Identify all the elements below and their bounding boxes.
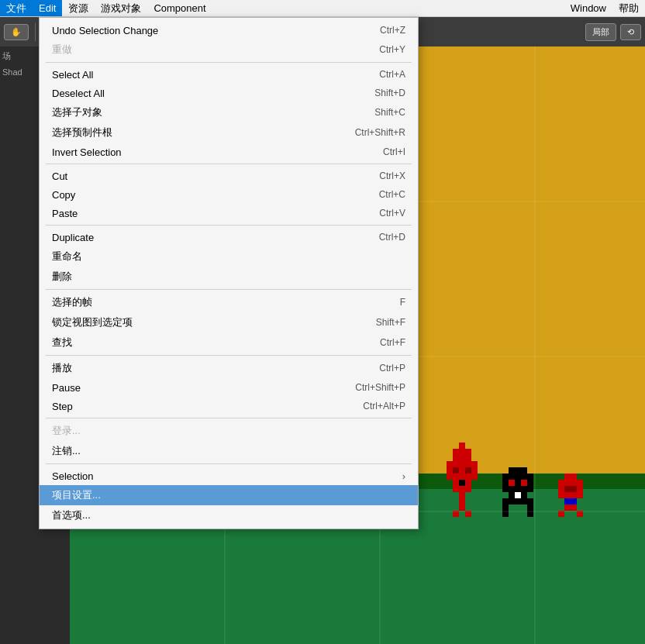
menu-item-deselect-all-shortcut: Shift+D — [374, 88, 405, 98]
separator-7 — [46, 463, 412, 464]
menu-item-frame-selected-label: 选择的帧 — [52, 295, 377, 309]
menu-item-cut-shortcut: Ctrl+X — [379, 170, 405, 181]
menu-item-play-shortcut: Ctrl+P — [379, 363, 405, 374]
menu-item-copy[interactable]: Copy Ctrl+C — [40, 185, 418, 204]
menu-item-project-settings-label: 项目设置... — [52, 488, 382, 502]
menu-item-select-prefab-root-shortcut: Ctrl+Shift+R — [355, 127, 405, 138]
menubar-component[interactable]: Component — [147, 0, 212, 16]
menu-item-play-label: 播放 — [52, 361, 356, 375]
menu-item-preferences-label: 首选项... — [52, 508, 382, 522]
menubar-help[interactable]: 帮助 — [612, 0, 645, 16]
menu-item-copy-label: Copy — [52, 189, 356, 201]
toolbar-separator — [35, 22, 36, 41]
menu-item-invert-selection-shortcut: Ctrl+I — [383, 146, 405, 157]
menu-item-deselect-all-label: Deselect All — [52, 88, 351, 99]
menu-item-select-child-shortcut: Shift+C — [374, 107, 405, 118]
hand-tool-btn[interactable]: ✋ — [4, 24, 29, 40]
menu-item-select-prefab-root-label: 选择预制件根 — [52, 126, 332, 139]
menu-item-deselect-all[interactable]: Deselect All Shift+D — [40, 84, 418, 102]
separator-1 — [46, 62, 412, 63]
menubar-file[interactable]: 文件 — [0, 0, 33, 16]
menu-item-rename[interactable]: 重命名 — [40, 246, 418, 267]
menu-item-pause-label: Pause — [52, 382, 332, 394]
menu-item-invert-selection[interactable]: Invert Selection Ctrl+I — [40, 143, 418, 161]
menu-item-redo: 重做 Ctrl+Y — [40, 40, 418, 60]
menu-item-select-prefab-root[interactable]: 选择预制件根 Ctrl+Shift+R — [40, 122, 418, 143]
menu-item-login-label: 登录... — [52, 424, 382, 438]
menu-item-step[interactable]: Step Ctrl+Alt+P — [40, 397, 418, 415]
menu-item-paste-label: Paste — [52, 208, 356, 219]
menu-item-find-shortcut: Ctrl+F — [380, 337, 405, 348]
separator-5 — [46, 355, 412, 356]
menu-item-selection-label: Selection — [52, 470, 395, 482]
menu-item-logout[interactable]: 注销... — [40, 441, 418, 461]
menu-item-undo-label: Undo Selection Change — [52, 25, 357, 36]
menu-item-invert-selection-label: Invert Selection — [52, 146, 360, 158]
pivot-btn[interactable]: ⟲ — [620, 24, 641, 40]
menu-item-paste-shortcut: Ctrl+V — [379, 208, 405, 219]
menu-item-pause-shortcut: Ctrl+Shift+P — [355, 382, 405, 393]
menu-item-logout-label: 注销... — [52, 444, 382, 458]
local-btn[interactable]: 局部 — [585, 23, 616, 41]
menu-item-find[interactable]: 查找 Ctrl+F — [40, 332, 418, 353]
menu-item-find-label: 查找 — [52, 336, 357, 350]
menu-item-redo-label: 重做 — [52, 43, 356, 57]
menu-item-select-child[interactable]: 选择子对象 Shift+C — [40, 102, 418, 122]
separator-6 — [46, 418, 412, 418]
menu-item-select-child-label: 选择子对象 — [52, 105, 351, 119]
menu-item-selection[interactable]: Selection › — [40, 467, 418, 485]
menu-item-redo-shortcut: Ctrl+Y — [379, 44, 405, 55]
menu-item-duplicate[interactable]: Duplicate Ctrl+D — [40, 228, 418, 246]
menu-item-frame-selected[interactable]: 选择的帧 F — [40, 292, 418, 312]
menu-item-copy-shortcut: Ctrl+C — [379, 189, 405, 200]
menu-item-select-all-shortcut: Ctrl+A — [379, 69, 405, 80]
menu-item-play[interactable]: 播放 Ctrl+P — [40, 358, 418, 378]
menu-item-undo-shortcut: Ctrl+Z — [380, 25, 405, 36]
menu-item-delete-label: 删除 — [52, 270, 382, 284]
menu-item-lock-view-shortcut: Shift+F — [376, 317, 405, 328]
menu-item-duplicate-shortcut: Ctrl+D — [379, 232, 405, 243]
menu-item-login: 登录... — [40, 421, 418, 441]
menubar-assets[interactable]: 资源 — [62, 0, 95, 16]
separator-3 — [46, 225, 412, 226]
menu-item-lock-view[interactable]: 锁定视图到选定项 Shift+F — [40, 312, 418, 332]
menu-item-preferences[interactable]: 首选项... — [40, 505, 418, 525]
menu-item-lock-view-label: 锁定视图到选定项 — [52, 315, 353, 329]
menu-item-cut[interactable]: Cut Ctrl+X — [40, 167, 418, 185]
menubar-window[interactable]: Window — [564, 0, 612, 16]
menu-item-undo[interactable]: Undo Selection Change Ctrl+Z — [40, 21, 418, 40]
menu-item-step-label: Step — [52, 401, 340, 412]
edit-menu: Undo Selection Change Ctrl+Z 重做 Ctrl+Y S… — [39, 17, 419, 529]
menubar-gameobject[interactable]: 游戏对象 — [95, 0, 147, 16]
menubar-edit[interactable]: Edit — [33, 0, 62, 16]
menu-item-select-all-label: Select All — [52, 69, 356, 81]
menubar: 文件 Edit 资源 游戏对象 Component Window 帮助 — [0, 0, 645, 17]
menu-item-paste[interactable]: Paste Ctrl+V — [40, 204, 418, 222]
menu-item-duplicate-label: Duplicate — [52, 232, 356, 243]
menu-item-frame-selected-shortcut: F — [400, 297, 405, 308]
menu-item-selection-arrow: › — [402, 470, 405, 482]
menu-item-pause[interactable]: Pause Ctrl+Shift+P — [40, 378, 418, 397]
separator-2 — [46, 164, 412, 164]
menu-item-delete[interactable]: 删除 — [40, 267, 418, 287]
menu-item-rename-label: 重命名 — [52, 250, 382, 263]
menu-item-project-settings[interactable]: 项目设置... — [40, 485, 418, 505]
menu-item-select-all[interactable]: Select All Ctrl+A — [40, 65, 418, 84]
menu-item-step-shortcut: Ctrl+Alt+P — [363, 401, 405, 412]
separator-4 — [46, 289, 412, 290]
menu-item-cut-label: Cut — [52, 170, 356, 182]
